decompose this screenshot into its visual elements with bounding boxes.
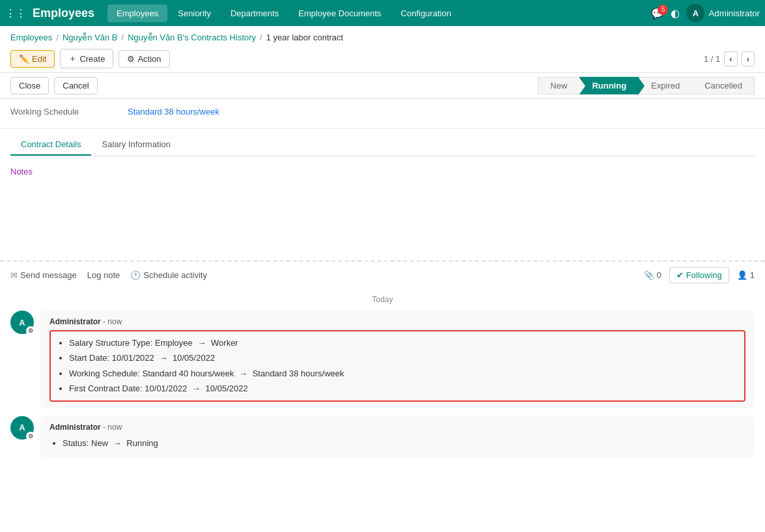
next-button[interactable]: ›	[742, 51, 755, 66]
breadcrumb-employees[interactable]: Employees	[10, 33, 52, 42]
status-bar: Close Cancel New Running Expired Cancell…	[0, 73, 765, 99]
list-item: Salary Structure Type: Employee → Worker	[69, 335, 739, 350]
following-button[interactable]: ✔ Following	[669, 267, 729, 283]
today-label: Today	[10, 295, 755, 304]
breadcrumb-current: 1 year labor contract	[266, 33, 344, 42]
toolbar: ✏️ Edit ＋ Create ⚙ Action 1 / 1 ‹ ›	[0, 45, 765, 73]
nav-items: Employees Seniority Departments Employee…	[107, 5, 651, 22]
tab-contract-details[interactable]: Contract Details	[10, 134, 91, 156]
clock-activity-icon: 🕐	[130, 270, 141, 280]
message-header: Administrator - now	[49, 423, 745, 432]
avatar: A ⚙	[10, 416, 34, 440]
user-menu-button[interactable]: A Administrator	[686, 4, 760, 22]
working-schedule-label: Working Schedule	[10, 107, 128, 117]
stage-new[interactable]: New	[538, 77, 579, 94]
attachment-button[interactable]: 📎 0	[644, 270, 661, 280]
notes-label: Notes	[10, 167, 755, 176]
tab-content: Notes	[0, 156, 765, 260]
followers-count: 1	[750, 270, 755, 280]
message-icon: ✉	[10, 270, 18, 280]
nav-configuration[interactable]: Configuration	[392, 5, 460, 22]
message-content-bordered: Salary Structure Type: Employee → Worker…	[49, 330, 745, 402]
bottom-right: 📎 0 ✔ Following 👤 1	[644, 267, 755, 283]
list-item: Start Date: 10/01/2022 → 10/05/2022	[69, 350, 739, 365]
nav-right: 💬 5 ◐ A Administrator	[651, 4, 760, 22]
send-message-button[interactable]: ✉ Send message	[10, 270, 77, 280]
user-avatar: A	[686, 4, 704, 22]
list-item: Status: New → Running	[63, 436, 745, 451]
pagination-label: 1 / 1	[704, 54, 720, 64]
breadcrumb-contracts-history[interactable]: Nguyễn Văn B's Contracts History	[128, 33, 256, 42]
status-stages: New Running Expired Cancelled	[538, 77, 755, 94]
notifications-badge: 5	[658, 5, 668, 15]
log-note-button[interactable]: Log note	[87, 270, 120, 280]
top-navigation: ⋮⋮ Employees Employees Seniority Departm…	[0, 0, 765, 26]
tabs: Contract Details Salary Information	[10, 134, 755, 156]
working-schedule-value: Standard 38 hours/week	[128, 107, 219, 117]
message-item: A ⚙ Administrator - now Status: New → Ru…	[10, 416, 755, 457]
check-icon: ✔	[676, 270, 684, 280]
stage-expired[interactable]: Expired	[639, 77, 692, 94]
close-button[interactable]: Close	[10, 77, 49, 94]
gear-icon: ⚙	[127, 54, 135, 64]
tab-salary-information[interactable]: Salary Information	[91, 134, 181, 156]
stage-cancelled[interactable]: Cancelled	[692, 77, 755, 94]
notifications-button[interactable]: 💬 5	[651, 7, 664, 20]
apps-icon[interactable]: ⋮⋮	[5, 7, 26, 20]
gear-icon: ⚙	[26, 432, 35, 441]
attachment-count: 0	[657, 270, 661, 280]
breadcrumb-employee-name[interactable]: Nguyễn Văn B	[63, 33, 118, 42]
list-item: First Contract Date: 10/01/2022 → 10/05/…	[69, 381, 739, 396]
working-schedule-row: Working Schedule Standard 38 hours/week	[10, 107, 755, 117]
followers-button[interactable]: 👤 1	[737, 270, 755, 280]
person-icon: 👤	[737, 270, 747, 280]
nav-departments[interactable]: Departments	[221, 5, 288, 22]
clock-button[interactable]: ◐	[671, 7, 680, 20]
message-item: A ⚙ Administrator - now Salary Structure…	[10, 311, 755, 408]
prev-button[interactable]: ‹	[724, 51, 737, 66]
message-body: Administrator - now Status: New → Runnin…	[40, 416, 755, 457]
brand-title: Employees	[33, 7, 94, 20]
message-content: Status: New → Running	[49, 436, 745, 451]
plus-icon: ＋	[68, 53, 77, 64]
message-body: Administrator - now Salary Structure Typ…	[40, 311, 755, 408]
user-name: Administrator	[708, 8, 760, 18]
form-section: Working Schedule Standard 38 hours/week	[0, 99, 765, 129]
paperclip-icon: 📎	[644, 270, 654, 280]
nav-seniority[interactable]: Seniority	[169, 5, 220, 22]
cancel-button[interactable]: Cancel	[54, 77, 97, 94]
stage-running[interactable]: Running	[579, 77, 639, 94]
avatar: A ⚙	[10, 311, 34, 334]
action-button[interactable]: ⚙ Action	[118, 50, 169, 68]
create-button[interactable]: ＋ Create	[60, 49, 113, 68]
nav-employees[interactable]: Employees	[107, 5, 167, 22]
messages-area: Today A ⚙ Administrator - now Salary Str…	[0, 295, 765, 475]
nav-employee-documents[interactable]: Employee Documents	[289, 5, 390, 22]
edit-button[interactable]: ✏️ Edit	[10, 50, 55, 68]
bottom-actions: ✉ Send message Log note 🕐 Schedule activ…	[0, 260, 765, 288]
schedule-activity-button[interactable]: 🕐 Schedule activity	[130, 270, 207, 280]
breadcrumb: Employees / Nguyễn Văn B / Nguyễn Văn B'…	[0, 26, 765, 45]
edit-icon: ✏️	[19, 54, 29, 64]
message-header: Administrator - now	[49, 317, 745, 326]
list-item: Working Schedule: Standard 40 hours/week…	[69, 366, 739, 381]
gear-icon: ⚙	[26, 326, 35, 335]
toolbar-right: 1 / 1 ‹ ›	[704, 51, 755, 66]
